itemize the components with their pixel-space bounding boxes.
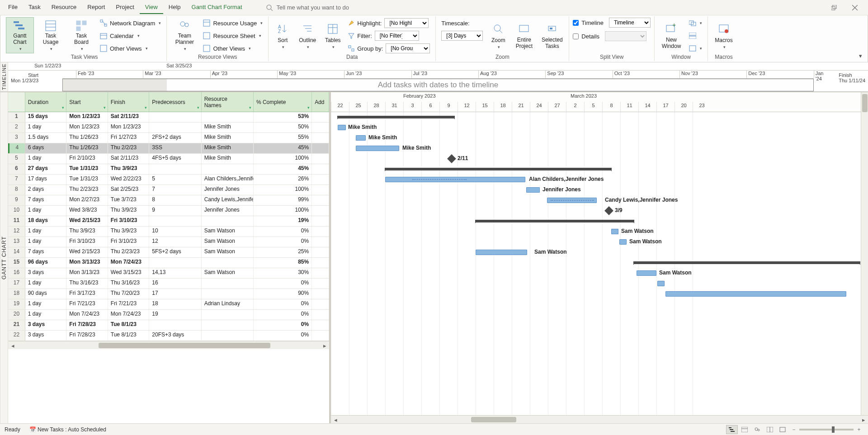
cell-finish[interactable]: Tue 3/7/23: [108, 195, 149, 205]
cell-start[interactable]: Wed 2/15/23: [66, 216, 108, 226]
cell-finish[interactable]: Thu 2/2/23: [108, 143, 149, 153]
gantt-bar[interactable]: [665, 291, 846, 297]
group-select[interactable]: [No Group]: [386, 43, 430, 53]
cell-finish[interactable]: Fri 1/27/23: [108, 133, 149, 143]
cell-start[interactable]: Thu 3/16/23: [66, 279, 108, 288]
cell-pct[interactable]: 100%: [254, 206, 312, 216]
cell-duration[interactable]: 27 days: [25, 164, 66, 174]
cell-duration[interactable]: 1 day: [25, 154, 66, 164]
gantt-bar[interactable]: [476, 250, 527, 255]
cell-duration[interactable]: 3 days: [25, 320, 66, 330]
table-row[interactable]: 213 daysFri 7/28/23Tue 8/1/230%: [8, 320, 329, 331]
selected-tasks-button[interactable]: Selected Tasks: [539, 17, 565, 53]
tell-me-search[interactable]: Tell me what you want to do: [266, 4, 824, 11]
cell-resources[interactable]: [202, 289, 254, 299]
task-usage-button[interactable]: Task Usage▾: [37, 17, 65, 53]
menu-report[interactable]: Report: [82, 1, 110, 14]
cell-start[interactable]: Thu 1/26/23: [66, 143, 108, 153]
cell-start[interactable]: Wed 2/15/23: [66, 247, 108, 257]
cell-predecessors[interactable]: [149, 258, 201, 268]
cell-finish[interactable]: Sat 2/11/23: [108, 154, 149, 164]
row-index[interactable]: 11: [8, 216, 25, 226]
table-row[interactable]: 1118 daysWed 2/15/23Fri 3/10/2319%: [8, 216, 329, 227]
window-close[interactable]: [844, 1, 865, 14]
col-duration[interactable]: Duration▾: [25, 92, 66, 112]
cell-pct[interactable]: 0%: [254, 279, 312, 288]
table-row[interactable]: 1596 daysMon 3/13/23Mon 7/24/2385%: [8, 258, 329, 268]
cell-predecessors[interactable]: 18: [149, 299, 201, 309]
cell-start[interactable]: Thu 3/9/23: [66, 227, 108, 236]
row-index[interactable]: 12: [8, 227, 25, 236]
cell-finish[interactable]: Wed 2/22/23: [108, 175, 149, 184]
gantt-bar[interactable]: [526, 187, 540, 193]
cell-predecessors[interactable]: 17: [149, 289, 201, 299]
cell-resources[interactable]: [202, 331, 254, 340]
col-resources[interactable]: Resource Names▾: [202, 92, 254, 112]
gantt-bar[interactable]: [611, 229, 618, 234]
col-add-new[interactable]: Add: [312, 92, 329, 112]
cell-duration[interactable]: 1 day: [25, 123, 66, 132]
cell-duration[interactable]: 18 days: [25, 216, 66, 226]
filter-select[interactable]: [No Filter]: [375, 31, 419, 41]
row-index[interactable]: 17: [8, 279, 25, 288]
table-row[interactable]: 115 daysMon 1/23/23Sat 2/11/2353%: [8, 112, 329, 123]
col-start[interactable]: Start▾: [66, 92, 108, 112]
calendar-button[interactable]: Calendar▾: [98, 30, 163, 42]
cell-predecessors[interactable]: 2FS+2 days: [149, 133, 201, 143]
task-board-button[interactable]: Task Board▾: [67, 17, 95, 53]
team-planner-button[interactable]: Team Planner▾: [170, 17, 198, 53]
sort-button[interactable]: AZSort▾: [272, 17, 293, 53]
cell-resources[interactable]: Candy Lewis,Jennifer Jones: [202, 195, 254, 205]
table-hscroll[interactable]: ◂ ▸: [8, 341, 329, 349]
cell-start[interactable]: Mon 2/27/23: [66, 195, 108, 205]
gantt-vscroll[interactable]: [861, 92, 868, 423]
cell-add[interactable]: [312, 258, 329, 268]
cell-add[interactable]: [312, 310, 329, 320]
cell-predecessors[interactable]: [149, 216, 201, 226]
cell-resources[interactable]: [202, 112, 254, 122]
cell-finish[interactable]: Thu 2/23/23: [108, 247, 149, 257]
cell-add[interactable]: [312, 175, 329, 184]
cell-start[interactable]: Fri 7/21/23: [66, 299, 108, 309]
menu-view[interactable]: View: [140, 1, 163, 14]
timeline-select[interactable]: Timeline: [609, 18, 651, 28]
resource-usage-button[interactable]: Resource Usage▾: [201, 17, 264, 29]
arrange-button[interactable]: [687, 30, 704, 42]
cell-resources[interactable]: Alan Childers,Jennifer Jones: [202, 175, 254, 184]
gantt-bar[interactable]: [338, 125, 346, 130]
cell-duration[interactable]: 90 days: [25, 289, 66, 299]
cell-start[interactable]: Tue 1/31/23: [66, 164, 108, 174]
gantt-chart[interactable]: February 2023March 2023 2225283136912151…: [331, 92, 868, 423]
view-team-button[interactable]: [751, 425, 763, 434]
cell-finish[interactable]: Thu 3/9/23: [108, 227, 149, 236]
cell-predecessors[interactable]: 16: [149, 279, 201, 288]
row-index[interactable]: 6: [8, 164, 25, 174]
cell-duration[interactable]: 7 days: [25, 195, 66, 205]
gantt-bar[interactable]: [657, 281, 665, 286]
cell-predecessors[interactable]: 7: [149, 185, 201, 195]
cell-predecessors[interactable]: [149, 164, 201, 174]
cell-start[interactable]: Mon 1/23/23: [66, 123, 108, 132]
row-index[interactable]: 16: [8, 268, 25, 278]
row-index[interactable]: 10: [8, 206, 25, 216]
cell-add[interactable]: [312, 154, 329, 164]
cell-pct[interactable]: 90%: [254, 289, 312, 299]
cell-start[interactable]: Mon 1/23/23: [66, 112, 108, 122]
cell-predecessors[interactable]: 10: [149, 227, 201, 236]
cell-resources[interactable]: [202, 164, 254, 174]
switch-windows-button[interactable]: ▾: [687, 17, 704, 29]
cell-add[interactable]: [312, 279, 329, 288]
macros-button[interactable]: Macros▾: [712, 17, 736, 53]
cell-predecessors[interactable]: 20FS+3 days: [149, 331, 201, 340]
cell-start[interactable]: Wed 3/8/23: [66, 206, 108, 216]
gantt-bar[interactable]: [637, 270, 656, 276]
zoom-in-button[interactable]: +: [854, 425, 863, 434]
cell-duration[interactable]: 7 days: [25, 247, 66, 257]
cell-predecessors[interactable]: 14,13: [149, 268, 201, 278]
cell-add[interactable]: [312, 195, 329, 205]
cell-duration[interactable]: 1 day: [25, 299, 66, 309]
cell-predecessors[interactable]: [149, 112, 201, 122]
cell-add[interactable]: [312, 216, 329, 226]
zoom-button[interactable]: Zoom▾: [487, 17, 509, 53]
table-row[interactable]: 191 dayFri 7/21/23Fri 7/21/2318Adrian Li…: [8, 299, 329, 310]
